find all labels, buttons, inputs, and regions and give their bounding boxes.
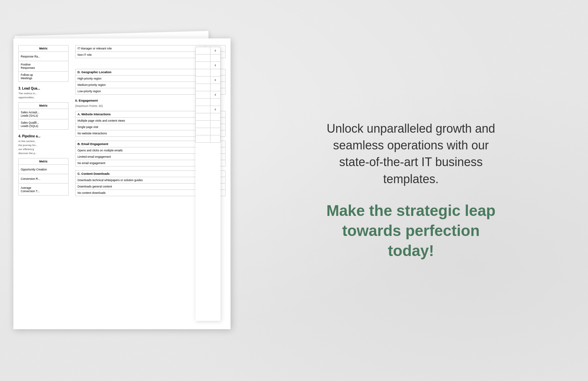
strip-table: 0 0 0 bbox=[195, 47, 220, 143]
tagline-main: Unlock unparalleled growth and seamless … bbox=[324, 120, 498, 188]
metric-row-avg-conversion: AverageConversion T... bbox=[18, 183, 68, 196]
table-row: 0 bbox=[196, 106, 220, 113]
strip-num bbox=[210, 135, 220, 143]
content-none-label: No content downloads bbox=[76, 190, 205, 196]
geo-high-label: High-priority region bbox=[76, 76, 205, 82]
it-manager-label: IT Manager or relevant role bbox=[76, 45, 205, 52]
metric-row-opportunity-creation: Opportunity Creation bbox=[18, 165, 68, 174]
section-4-desc: In this section,the journey fro...our ef… bbox=[18, 139, 68, 155]
email-multiple-label: Opens and clicks on multiple emails bbox=[76, 147, 205, 154]
left-column: Metric Response Ra... PositiveResponses … bbox=[13, 38, 72, 202]
section-4-header: 4. Pipeline a... bbox=[18, 134, 68, 138]
website-multiple-label: Multiple page visits and content views bbox=[76, 118, 205, 124]
metric-row-followup-meetings: Follow-upMeetings bbox=[18, 72, 68, 82]
table-row: 0 bbox=[196, 62, 220, 69]
tagline-cta: Make the strategic leap towards perfecti… bbox=[317, 201, 504, 261]
strip-num: 0 bbox=[210, 77, 220, 84]
content-technical-label: Downloads technical whitepapers or solut… bbox=[76, 177, 205, 183]
strip-num bbox=[210, 121, 220, 128]
metric-row-sal: Sales Accept...Leads (SALs) bbox=[18, 109, 68, 119]
right-section: Unlock unparalleled growth and seamless … bbox=[234, 100, 588, 281]
strip-cell bbox=[196, 77, 210, 84]
website-none-label: No website interactions bbox=[76, 130, 205, 137]
table-row bbox=[196, 99, 220, 106]
geo-medium-label: Medium-priority region bbox=[76, 82, 205, 88]
section-3-desc: The metrics in...opportunities, bbox=[18, 92, 68, 100]
strip-num bbox=[210, 128, 220, 135]
content-general-label: Downloads general content bbox=[76, 183, 205, 190]
table-row bbox=[196, 113, 220, 121]
email-none-label: No email engagement bbox=[76, 160, 205, 166]
strip-cell bbox=[196, 113, 210, 121]
strip-cell bbox=[196, 62, 210, 69]
right-strip-document: 0 0 0 bbox=[195, 47, 220, 321]
metric-header-2: Metric bbox=[18, 102, 68, 109]
strip-cell bbox=[196, 69, 210, 77]
table-row: 0 bbox=[196, 77, 220, 84]
metric-row-response-rate: Response Ra... bbox=[18, 52, 68, 61]
table-row bbox=[196, 54, 220, 62]
section-3-header: 3. Lead Qua... bbox=[18, 87, 68, 90]
table-row bbox=[196, 121, 220, 128]
email-limited-label: Limited email engagement bbox=[76, 154, 205, 160]
strip-num: 0 bbox=[210, 62, 220, 69]
strip-num bbox=[210, 84, 220, 91]
non-it-label: Non-IT role bbox=[76, 52, 205, 58]
strip-cell bbox=[196, 128, 210, 135]
geo-low-label: Low-priority region bbox=[76, 88, 205, 95]
table-row bbox=[196, 69, 220, 77]
table-row: 0 bbox=[196, 47, 220, 54]
metric-row-positive-responses: PositiveResponses bbox=[18, 61, 68, 72]
table-row bbox=[196, 135, 220, 143]
table-row bbox=[196, 128, 220, 135]
strip-num: 0 bbox=[210, 47, 220, 54]
strip-cell bbox=[196, 47, 210, 54]
table-row: 0 bbox=[196, 91, 220, 99]
metric-row-sql: Sales Qualifi...Leads (SQLs) bbox=[18, 119, 68, 130]
strip-cell bbox=[196, 99, 210, 106]
metric-header-3: Metric bbox=[18, 158, 68, 165]
strip-num bbox=[210, 69, 220, 77]
strip-num: 0 bbox=[210, 91, 220, 99]
strip-num bbox=[210, 99, 220, 106]
strip-cell bbox=[196, 54, 210, 62]
strip-num bbox=[210, 54, 220, 62]
strip-cell bbox=[196, 106, 210, 113]
metric-header-1: Metric bbox=[18, 45, 68, 52]
strip-num bbox=[210, 113, 220, 121]
table-row bbox=[196, 84, 220, 91]
strip-cell bbox=[196, 84, 210, 91]
left-section: Metric Response Ra... PositiveResponses … bbox=[0, 0, 234, 381]
strip-cell bbox=[196, 121, 210, 128]
strip-cell bbox=[196, 135, 210, 143]
website-single-label: Single page visit bbox=[76, 124, 205, 130]
strip-cell bbox=[196, 91, 210, 99]
metric-row-conversion: Conversion R... bbox=[18, 174, 68, 183]
strip-num: 0 bbox=[210, 106, 220, 113]
